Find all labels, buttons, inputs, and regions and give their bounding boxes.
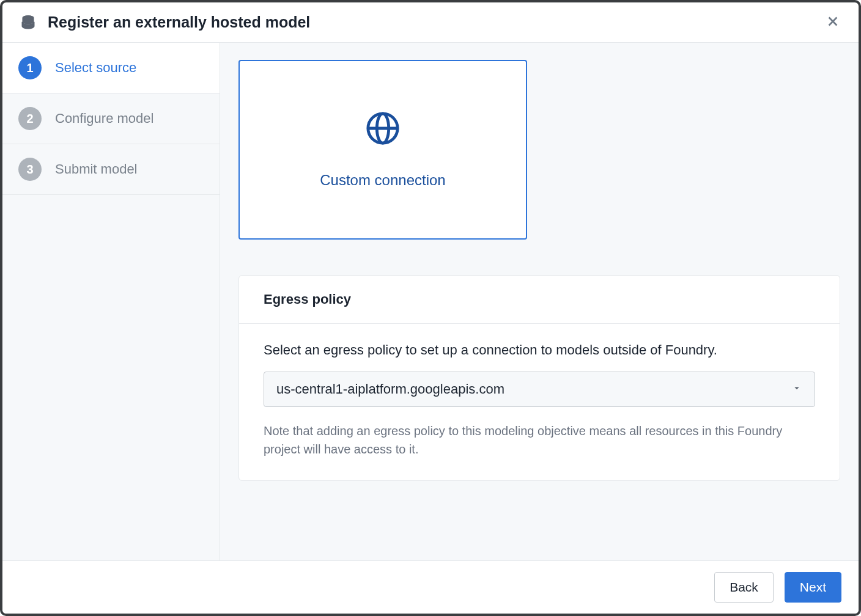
source-card-custom-connection[interactable]: Custom connection — [238, 60, 527, 240]
close-button[interactable] — [824, 14, 841, 31]
egress-description: Select an egress policy to set up a conn… — [264, 342, 815, 358]
egress-policy-select[interactable]: us-central1-aiplatform.googleapis.com — [264, 372, 815, 407]
globe-icon — [365, 111, 401, 146]
panel-body: Select an egress policy to set up a conn… — [239, 324, 840, 480]
panel-header: Egress policy — [239, 276, 840, 324]
step-label: Configure model — [55, 111, 153, 127]
step-number: 3 — [18, 158, 42, 181]
dialog-footer: Back Next — [2, 560, 859, 614]
egress-title: Egress policy — [264, 292, 815, 307]
step-number: 2 — [18, 107, 42, 130]
step-configure-model[interactable]: 2 Configure model — [2, 94, 220, 144]
back-button[interactable]: Back — [714, 572, 774, 603]
select-value: us-central1-aiplatform.googleapis.com — [276, 381, 504, 397]
stepper-sidebar: 1 Select source 2 Configure model 3 Subm… — [2, 43, 220, 560]
dialog-header: Register an externally hosted model — [2, 2, 859, 43]
step-label: Select source — [55, 60, 136, 76]
content-area: Custom connection Egress policy Select a… — [220, 43, 859, 560]
chevron-down-icon — [791, 383, 802, 396]
egress-note: Note that adding an egress policy to thi… — [264, 422, 815, 458]
step-select-source[interactable]: 1 Select source — [2, 43, 220, 94]
database-icon — [20, 14, 37, 31]
dialog-title: Register an externally hosted model — [48, 13, 824, 31]
dialog-body: 1 Select source 2 Configure model 3 Subm… — [2, 43, 859, 560]
step-label: Submit model — [55, 161, 138, 177]
source-card-label: Custom connection — [320, 172, 445, 189]
close-icon — [826, 15, 840, 31]
step-submit-model[interactable]: 3 Submit model — [2, 144, 220, 195]
dialog-window: Register an externally hosted model 1 Se… — [0, 0, 861, 616]
next-button[interactable]: Next — [785, 572, 841, 603]
step-number: 1 — [18, 56, 42, 79]
svg-point-1 — [23, 15, 34, 20]
egress-policy-panel: Egress policy Select an egress policy to… — [238, 275, 840, 481]
